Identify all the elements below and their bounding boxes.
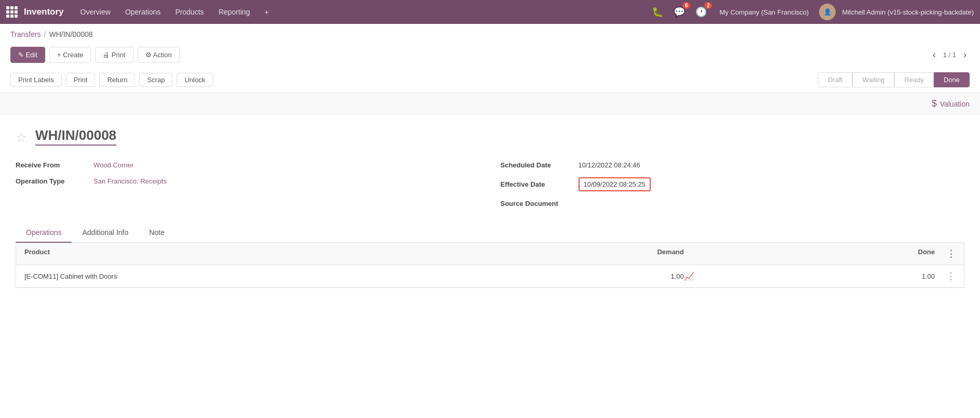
form-fields-right: Scheduled Date 10/12/2022 08:24:46 Effec… [501, 161, 965, 207]
pagination-area: ‹ 1 / 1 › [930, 48, 970, 61]
user-name: Mitchell Admin (v15-stock-picking-backda… [842, 8, 974, 16]
prev-record-button[interactable]: ‹ [930, 48, 939, 61]
step-ready[interactable]: Ready [894, 72, 934, 87]
print-labels-button[interactable]: Print Labels [10, 73, 62, 87]
step-waiting[interactable]: Waiting [852, 72, 894, 87]
effective-date-value[interactable]: 10/09/2022 08:25:25 [579, 177, 651, 191]
page-wrapper: Transfers / WH/IN/00008 ✎ Edit + Create … [0, 24, 980, 418]
scheduled-date-label: Scheduled Date [501, 161, 573, 169]
receive-from-label: Receive From [16, 161, 88, 169]
clock-badge: 2 [704, 2, 713, 9]
valuation-button[interactable]: $ Valuation [932, 98, 970, 109]
source-document-label: Source Document [501, 200, 573, 207]
operation-type-value[interactable]: San Francisco: Receipts [93, 177, 167, 185]
step-draft[interactable]: Draft [818, 72, 852, 87]
nav-add[interactable]: + [258, 5, 275, 19]
chart-icon[interactable]: 📈 [684, 271, 715, 281]
operations-table: Product Demand Done ⋮ [E-COM11] Cabinet … [16, 243, 964, 288]
favorite-star-icon[interactable]: ☆ [16, 130, 27, 145]
action-button[interactable]: ⚙ Action [138, 47, 180, 63]
demand-value: 1.00 [464, 272, 684, 280]
pagination-text: 1 / 1 [943, 51, 956, 59]
record-toolbar: ✎ Edit + Create 🖨 Print ⚙ Action ‹ 1 / 1… [0, 43, 980, 67]
field-receive-from: Receive From Wood Corner [16, 161, 480, 169]
row-menu-button[interactable]: ⋮ [935, 270, 956, 282]
form-fields-left: Receive From Wood Corner Operation Type … [16, 161, 480, 207]
step-done[interactable]: Done [934, 72, 970, 87]
effective-date-label: Effective Date [501, 180, 573, 188]
field-scheduled-date: Scheduled Date 10/12/2022 08:24:46 [501, 161, 965, 169]
top-navigation: Inventory Overview Operations Products R… [0, 0, 980, 24]
col-chart-header [684, 248, 715, 259]
form-area: ☆ WH/IN/00008 Receive From Wood Corner O… [0, 115, 980, 301]
col-product-header: Product [24, 248, 464, 259]
user-avatar[interactable]: 👤 [819, 4, 836, 20]
clock-button[interactable]: 🕐 2 [693, 4, 709, 20]
dollar-icon: $ [932, 98, 937, 109]
tabs-bar: Operations Additional Info Note [16, 223, 964, 243]
status-steps: Draft Waiting Ready Done [818, 72, 970, 87]
product-name[interactable]: [E-COM11] Cabinet with Doors [24, 272, 464, 280]
nav-products[interactable]: Products [169, 5, 210, 19]
record-title: WH/IN/00008 [35, 127, 116, 146]
edit-button[interactable]: ✎ Edit [10, 47, 45, 63]
table-row: [E-COM11] Cabinet with Doors 1.00 📈 1.00… [16, 265, 964, 288]
messages-badge: 6 [682, 2, 691, 9]
company-name: My Company (San Francisco) [719, 8, 809, 16]
col-demand-header: Demand [464, 248, 684, 259]
done-value: 1.00 [715, 272, 935, 280]
nav-reporting[interactable]: Reporting [212, 5, 257, 19]
form-fields: Receive From Wood Corner Operation Type … [16, 161, 964, 207]
status-bar: Print Labels Print Return Scrap Unlock D… [0, 67, 980, 93]
tab-operations[interactable]: Operations [16, 223, 72, 243]
nav-overview[interactable]: Overview [74, 5, 117, 19]
app-brand[interactable]: Inventory [24, 7, 64, 17]
form-header: ☆ WH/IN/00008 [16, 127, 964, 146]
breadcrumb-separator: / [44, 30, 46, 38]
create-button[interactable]: + Create [49, 47, 91, 63]
field-operation-type: Operation Type San Francisco: Receipts [16, 177, 480, 185]
apps-menu-icon[interactable] [6, 6, 18, 18]
valuation-banner: $ Valuation [0, 93, 980, 115]
table-header: Product Demand Done ⋮ [16, 243, 964, 265]
breadcrumb-parent[interactable]: Transfers [10, 30, 41, 38]
main-menu: Overview Operations Products Reporting + [74, 5, 650, 19]
tab-note[interactable]: Note [139, 223, 175, 243]
tab-additional-info[interactable]: Additional Info [72, 223, 139, 243]
scheduled-date-value: 10/12/2022 08:24:46 [579, 161, 640, 169]
operation-type-label: Operation Type [16, 177, 88, 185]
next-record-button[interactable]: › [960, 48, 970, 61]
return-button[interactable]: Return [99, 73, 135, 87]
bug-icon-button[interactable]: 🐛 [650, 4, 665, 20]
unlock-button[interactable]: Unlock [177, 73, 213, 87]
receive-from-value[interactable]: Wood Corner [93, 161, 133, 169]
valuation-label: Valuation [940, 100, 970, 108]
breadcrumb-current: WH/IN/00008 [49, 30, 93, 38]
scrap-button[interactable]: Scrap [139, 73, 172, 87]
field-effective-date: Effective Date 10/09/2022 08:25:25 [501, 177, 965, 191]
messages-button[interactable]: 💬 6 [672, 4, 687, 20]
breadcrumb: Transfers / WH/IN/00008 [0, 24, 980, 43]
col-menu-header[interactable]: ⋮ [935, 248, 956, 259]
col-done-header: Done [715, 248, 935, 259]
nav-operations[interactable]: Operations [119, 5, 167, 19]
field-source-document: Source Document [501, 200, 965, 207]
print-button[interactable]: 🖨 Print [95, 47, 133, 63]
print-btn[interactable]: Print [66, 73, 96, 87]
topnav-actions: 🐛 💬 6 🕐 2 My Company (San Francisco) 👤 M… [650, 4, 974, 20]
